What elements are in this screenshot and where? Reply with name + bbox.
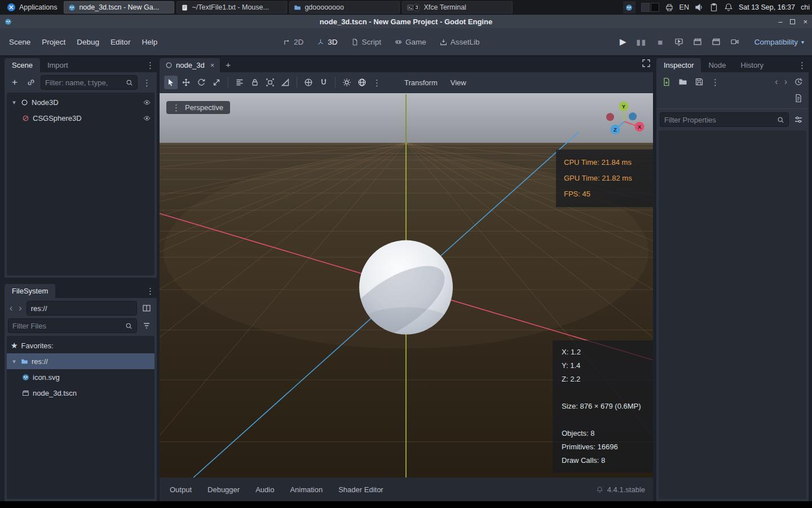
workspace-3d-button[interactable]: 3D [311,35,343,49]
collapse-arrow-icon[interactable]: ▾ [11,99,17,106]
distraction-free-icon[interactable] [639,56,653,70]
close-button[interactable]: × [803,17,807,26]
tab-import[interactable]: Import [40,58,76,72]
lock-button[interactable] [248,76,262,89]
notification-bell-icon[interactable] [596,486,603,493]
close-tab-icon[interactable]: × [210,61,215,69]
snap-button[interactable] [317,76,330,89]
pause-button[interactable]: ▮▮ [635,35,648,49]
nav-back-icon[interactable]: ‹ [8,304,14,313]
file-filter-field[interactable] [8,318,137,333]
play-remote-button[interactable] [672,35,686,49]
inspector-filter-input[interactable] [664,116,774,124]
path-field[interactable]: res:// [27,301,137,316]
split-view-icon[interactable] [140,301,153,315]
tab-audio[interactable]: Audio [248,481,282,498]
clipboard-icon[interactable] [709,3,718,12]
stop-button[interactable]: ■ [654,35,667,49]
file-sort-icon[interactable] [140,319,153,332]
add-node-button[interactable]: + [8,76,21,89]
perspective-menu-button[interactable]: ⋮ Perspective [166,101,230,114]
collapse-arrow-icon[interactable]: ▾ [11,358,17,365]
gizmo-negative-x[interactable] [606,113,614,121]
transform-menu[interactable]: Transform [399,76,443,90]
tree-row-csgsphere3d[interactable]: CSGSphere3D [7,110,155,126]
file-filter-input[interactable] [12,322,122,330]
tab-scene[interactable]: Scene [5,58,40,72]
print-icon[interactable] [665,3,674,12]
tab-output[interactable]: Output [162,481,200,498]
file-row-icon-svg[interactable]: icon.svg [7,369,155,385]
favorites-row[interactable]: ★ Favorites: [7,338,155,353]
visibility-eye-icon[interactable] [143,115,151,122]
filesystem-dock-menu-icon[interactable]: ⋮ [144,287,157,295]
notifications-icon[interactable] [724,3,733,12]
tab-history[interactable]: History [734,58,771,72]
workspace-game-button[interactable]: Game [389,35,432,49]
history-back-icon[interactable]: ‹ [773,77,779,86]
sun-environment-menu-icon[interactable]: ⋮ [370,78,383,87]
ruler-button[interactable] [279,76,292,89]
scene-filter-input[interactable] [45,78,122,87]
tab-filesystem[interactable]: FileSystem [5,284,55,298]
open-docs-icon[interactable] [792,91,805,105]
preview-environment-button[interactable] [355,76,369,89]
play-current-scene-button[interactable] [691,35,704,49]
load-resource-icon[interactable] [676,75,690,89]
tray-godot-icon[interactable] [623,1,636,14]
scene-tree-menu-icon[interactable]: ⋮ [140,78,153,87]
workspace-assetlib-button[interactable]: AssetLib [434,35,486,49]
scale-tool-button[interactable] [210,76,223,89]
workspace-2d-button[interactable]: 2D [277,35,309,49]
scene-tree[interactable]: ▾ Node3D CSGSphere3D [7,93,155,275]
renderer-dropdown[interactable]: Compatibility ▾ [750,36,809,49]
instance-scene-button[interactable] [24,76,38,89]
nav-forward-icon[interactable]: › [17,304,23,313]
scene-filter-field[interactable] [41,75,138,90]
workspace-script-button[interactable]: Script [346,35,387,49]
file-row-node-3d-tscn[interactable]: node_3d.tscn [7,385,155,401]
resource-menu-icon[interactable]: ⋮ [709,78,722,86]
applications-menu-button[interactable]: Applications [2,1,61,14]
view-menu[interactable]: View [445,76,472,90]
select-tool-button[interactable] [164,76,178,89]
filesystem-tree[interactable]: ★ Favorites: ▾ res:// icon.svg [7,336,155,499]
movie-maker-button[interactable] [728,35,742,49]
3d-viewport[interactable]: Y X Z ⋮ Perspective CPU Time: 21.84 ms G… [160,93,653,478]
play-custom-scene-button[interactable] [709,35,723,49]
inspector-dock-menu-icon[interactable]: ⋮ [796,61,809,69]
selection-list-button[interactable] [233,76,246,89]
clock[interactable]: Sat 13 Sep, 16:37 [739,3,795,11]
save-resource-icon[interactable] [692,75,706,89]
tab-inspector[interactable]: Inspector [656,58,701,72]
menu-scene[interactable]: Scene [3,35,36,49]
taskbar-window-godot[interactable]: node_3d.tscn - New Ga... [64,1,174,14]
new-scene-tab-button[interactable]: + [220,57,236,72]
maximize-button[interactable] [790,19,795,24]
menu-editor[interactable]: Editor [105,35,136,49]
tree-row-node3d[interactable]: ▾ Node3D [7,94,155,110]
taskbar-window-terminal[interactable]: 3 Xfce Terminal [402,1,513,14]
rotate-tool-button[interactable] [195,76,208,89]
visibility-eye-icon[interactable] [143,99,151,106]
taskbar-window-filemanager[interactable]: gdoooooooo [289,1,400,14]
tab-shader-editor[interactable]: Shader Editor [330,481,391,498]
menu-help[interactable]: Help [136,35,163,49]
scene-tab-node-3d[interactable]: node_3d × [160,58,220,72]
minimize-button[interactable]: – [778,17,782,26]
tab-node[interactable]: Node [701,58,733,72]
scene-dock-menu-icon[interactable]: ⋮ [144,61,157,69]
viewport-menu-icon[interactable]: ⋮ [170,103,183,112]
preview-sun-button[interactable] [340,76,354,89]
play-button[interactable]: ▶ [616,35,630,49]
group-button[interactable] [263,76,277,89]
tab-animation[interactable]: Animation [282,481,330,498]
menu-debug[interactable]: Debug [71,35,105,49]
history-forward-icon[interactable]: › [783,77,789,86]
new-resource-icon[interactable] [660,75,673,89]
gizmo-negative-z[interactable] [629,112,637,120]
property-tools-icon[interactable] [792,113,805,126]
object-history-icon[interactable] [792,75,805,89]
volume-icon[interactable] [695,3,704,12]
local-space-button[interactable] [302,76,315,89]
